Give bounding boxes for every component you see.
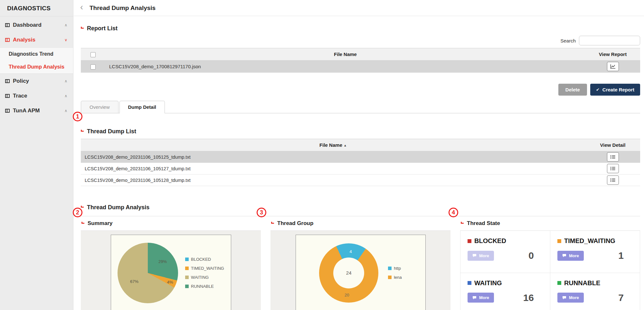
summary-legend: BLOCKED TIMED_WAITING WAITING	[185, 257, 224, 289]
table-row[interactable]: LCSC15V208_demo_1700812971170.json	[81, 61, 640, 73]
sidebar-item-label: Policy	[13, 78, 29, 84]
table-row[interactable]: LCSC15V208_demo_20231106_105127_tdump.tx…	[81, 163, 640, 174]
state-name: TIMED_WAITING	[564, 237, 615, 245]
report-list-table: File Name View Report LCSC15V208_demo_17…	[81, 48, 640, 73]
sidebar-item-trace[interactable]: Trace ∧	[0, 89, 73, 103]
state-name: WAITING	[474, 279, 502, 287]
legend-swatch	[185, 285, 189, 288]
state-name: BLOCKED	[474, 237, 506, 245]
analysis-panels: Summary 29% 4% 67% BLOCKED	[81, 216, 640, 310]
view-detail-button[interactable]	[607, 164, 619, 173]
page-title: Thread Dump Analysis	[90, 5, 156, 12]
search-input[interactable]	[579, 36, 640, 45]
tab-dump-detail[interactable]: Dump Detail	[119, 101, 165, 113]
collapse-corner-icon[interactable]	[81, 206, 84, 208]
sidebar: DIAGNOSTICS Dashboard ∧ Analysis ∨ Diagn…	[0, 0, 73, 310]
view-report-button[interactable]	[607, 62, 619, 71]
state-color-square	[468, 281, 471, 285]
summary-panel-body: 29% 4% 67% BLOCKED TIMED_WAITING	[81, 231, 261, 310]
report-table-header-row: File Name View Report	[81, 48, 640, 61]
state-count: 1	[618, 250, 633, 261]
more-button-timed-waiting[interactable]: More	[557, 251, 584, 261]
state-color-square	[557, 239, 561, 243]
state-card-blocked: BLOCKED More 0	[460, 231, 550, 273]
chevron-up-icon: ∧	[64, 94, 67, 98]
back-chevron-icon[interactable]: ‹	[80, 3, 83, 12]
sidebar-item-tuna-apm[interactable]: TunA APM ∧	[0, 103, 73, 118]
legend-item: lena	[388, 275, 402, 280]
list-icon	[610, 155, 615, 159]
summary-chart-box: 29% 4% 67% BLOCKED TIMED_WAITING	[111, 235, 231, 310]
collapse-corner-icon[interactable]	[81, 130, 84, 132]
state-color-square	[557, 281, 561, 285]
section-title-label: Report List	[87, 25, 118, 32]
state-color-square	[468, 239, 471, 243]
column-header-file-name[interactable]: File Name▲	[81, 139, 585, 151]
list-icon	[610, 166, 615, 171]
sidebar-item-dashboard[interactable]: Dashboard ∧	[0, 18, 73, 33]
donut-label-http: 4	[350, 249, 352, 254]
sidebar-item-policy[interactable]: Policy ∧	[0, 74, 73, 89]
legend-swatch	[388, 276, 392, 279]
dump-table-header-row: File Name▲ View Detail	[81, 139, 640, 151]
column-header-file-name[interactable]: File Name	[105, 48, 585, 61]
create-report-label: Create Report	[602, 87, 634, 92]
more-button-runnable[interactable]: More	[557, 293, 584, 303]
sidebar-item-label: Trace	[13, 93, 27, 99]
legend-item: TIMED_WAITING	[185, 266, 224, 271]
sidebar-item-thread-dump-analysis[interactable]: Thread Dump Analysis	[0, 61, 73, 73]
table-row[interactable]: LCSC15V208_demo_20231106_105128_tdump.tx…	[81, 174, 640, 186]
legend-item: RUNNABLE	[185, 284, 224, 289]
more-button-waiting[interactable]: More	[468, 293, 494, 303]
state-name: RUNNABLE	[564, 279, 600, 287]
collapse-corner-icon[interactable]	[271, 222, 274, 224]
row-checkbox[interactable]	[90, 64, 96, 70]
thread-state-panel-header: Thread State	[460, 216, 640, 231]
column-header-view-report: View Report	[585, 48, 640, 61]
topbar: ‹ Thread Dump Analysis	[74, 0, 644, 16]
state-count: 0	[528, 250, 543, 261]
column-header-view-detail: View Detail	[585, 139, 640, 151]
chart-icon	[610, 64, 616, 69]
select-all-checkbox[interactable]	[90, 52, 96, 57]
tab-bar: Overview Dump Detail	[81, 101, 640, 113]
dump-file-name: LCSC15V208_demo_20231106_105127_tdump.tx…	[81, 163, 585, 174]
more-button-blocked[interactable]: More	[468, 251, 494, 261]
annotation-circle-4: 4	[449, 208, 458, 217]
tab-overview[interactable]: Overview	[81, 101, 118, 113]
create-report-button[interactable]: ✔ Create Report	[590, 84, 640, 96]
analysis-icon	[5, 38, 10, 42]
table-row[interactable]: LCSC15V208_demo_20231106_105125_tdump.tx…	[81, 151, 640, 163]
view-detail-button[interactable]	[607, 175, 619, 185]
dashboard-icon	[5, 23, 10, 27]
report-list-section-title: Report List	[81, 25, 640, 32]
panel-title: Thread State	[467, 220, 500, 227]
section-title-label: Thread Dump List	[87, 128, 136, 135]
state-card-timed-waiting: TIMED_WAITING More 1	[550, 231, 640, 273]
sidebar-item-diagnostics-trend[interactable]: Diagnostics Trend	[0, 48, 73, 61]
speech-bubble-icon	[472, 254, 477, 258]
panel-title: Summary	[88, 220, 112, 227]
legend-swatch	[185, 276, 189, 279]
sidebar-item-label: TunA APM	[13, 108, 40, 114]
legend-label: RUNNABLE	[191, 284, 214, 289]
delete-button[interactable]: Delete	[558, 84, 587, 96]
summary-panel: Summary 29% 4% 67% BLOCKED	[81, 216, 261, 310]
collapse-corner-icon[interactable]	[461, 222, 464, 224]
search-row: Search	[81, 36, 640, 45]
analysis-submenu: Diagnostics Trend Thread Dump Analysis	[0, 47, 73, 74]
sidebar-item-analysis[interactable]: Analysis ∨	[0, 33, 73, 47]
state-card-waiting: WAITING More 16	[460, 273, 550, 310]
collapse-corner-icon[interactable]	[81, 27, 84, 29]
speech-bubble-icon	[562, 254, 566, 258]
collapse-corner-icon[interactable]	[81, 222, 84, 224]
view-detail-button[interactable]	[607, 152, 619, 162]
more-label: More	[479, 253, 489, 258]
content: Report List Search File Name View Report	[74, 25, 644, 310]
thread-group-panel-header: Thread Group	[270, 216, 450, 231]
state-count: 16	[523, 292, 543, 303]
section-title-label: Thread Dump Analysis	[87, 204, 149, 211]
thread-dump-table: File Name▲ View Detail LCSC15V208_demo_2…	[81, 139, 640, 186]
pie-label-timed-waiting: 4%	[167, 279, 173, 284]
legend-item: http	[388, 266, 402, 271]
